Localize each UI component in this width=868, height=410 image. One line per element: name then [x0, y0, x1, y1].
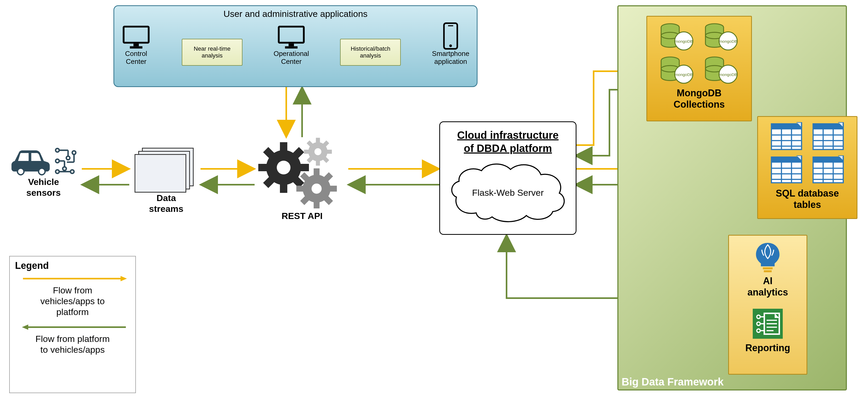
sql-label: SQL database tables — [776, 188, 839, 210]
database-icon: mongoDB — [703, 55, 740, 84]
data-streams-block: Data streams — [129, 148, 203, 214]
svg-rect-19 — [258, 164, 267, 171]
svg-text:mongoDB: mongoDB — [719, 39, 737, 43]
vehicle-sensors-label: Vehicle sensors — [5, 177, 82, 198]
svg-rect-47 — [133, 43, 139, 46]
user-apps-box: User and administrative applications Con… — [114, 5, 477, 87]
svg-rect-30 — [327, 150, 332, 154]
svg-rect-86 — [771, 157, 802, 162]
svg-rect-99 — [763, 267, 773, 269]
svg-rect-72 — [771, 124, 802, 129]
svg-rect-39 — [296, 186, 303, 192]
svg-point-35 — [314, 148, 321, 155]
database-icon: mongoDB — [658, 55, 695, 84]
database-icon: mongoDB — [658, 22, 695, 51]
svg-rect-28 — [316, 161, 320, 166]
cloud-infra-box: Cloud infrastructure of DBDA platform Fl… — [439, 121, 577, 235]
table-icon — [769, 122, 804, 151]
svg-rect-50 — [289, 43, 294, 46]
vehicle-sensors-block: Vehicle sensors — [5, 147, 82, 198]
cloud-icon: Flask-Web Server — [447, 160, 568, 223]
legend-title: Legend — [15, 260, 130, 271]
monitor-icon — [277, 25, 306, 50]
svg-rect-37 — [314, 168, 319, 176]
document-stack-icon — [134, 154, 186, 193]
analytics-box: AI analytics Reporting — [728, 235, 807, 375]
report-icon — [749, 305, 786, 342]
svg-point-25 — [277, 161, 290, 175]
svg-text:mongoDB: mongoDB — [675, 72, 693, 77]
data-streams-label: Data streams — [129, 193, 203, 214]
svg-rect-51 — [285, 46, 298, 48]
svg-point-5 — [66, 156, 70, 160]
svg-rect-100 — [764, 270, 772, 272]
svg-text:mongoDB: mongoDB — [675, 39, 693, 43]
user-apps-title: User and administrative applications — [223, 9, 368, 19]
table-icon — [769, 155, 804, 184]
svg-rect-29 — [304, 150, 309, 154]
svg-point-9 — [56, 159, 59, 163]
app-historical-label: Historical/batch analysis — [340, 39, 401, 66]
rest-api-block: REST API — [255, 132, 349, 221]
svg-point-0 — [18, 169, 24, 174]
svg-rect-17 — [280, 142, 287, 151]
app-control-center-label: Control Center — [125, 50, 147, 66]
circuit-icon — [54, 147, 78, 176]
smartphone-icon — [442, 22, 459, 50]
svg-rect-38 — [314, 202, 319, 209]
app-historical: Historical/batch analysis — [340, 39, 401, 66]
car-icon — [9, 147, 52, 176]
svg-point-1 — [39, 169, 44, 174]
app-near-rt: Near real-time analysis — [182, 39, 243, 66]
svg-point-6 — [72, 151, 76, 155]
svg-point-14 — [70, 170, 74, 174]
svg-text:mongoDB: mongoDB — [719, 72, 737, 77]
ai-analytics-label: AI analytics — [747, 275, 788, 298]
cloud-infra-title: Cloud infrastructure of DBDA platform — [457, 128, 559, 155]
app-smartphone: Smartphone application — [432, 22, 469, 66]
svg-rect-93 — [813, 157, 843, 162]
legend-box: Legend Flow from vehicles/apps to platfo… — [9, 256, 136, 393]
reporting-label: Reporting — [745, 342, 790, 353]
ai-brain-icon — [752, 241, 783, 275]
rest-api-label: REST API — [255, 211, 349, 221]
svg-point-12 — [56, 170, 59, 174]
svg-point-15 — [63, 167, 66, 171]
legend-flow-in-label: Flow from vehicles/apps to platform — [15, 285, 130, 317]
app-control-center: Control Center — [122, 25, 151, 66]
svg-point-2 — [56, 149, 59, 152]
mongodb-box: mongoDB mongoDB mongoDB mo — [646, 16, 752, 121]
svg-rect-20 — [300, 164, 309, 171]
svg-rect-46 — [124, 27, 149, 43]
app-operational-center: Operational Center — [274, 25, 309, 66]
table-icon — [811, 122, 845, 151]
cloud-server-label: Flask-Web Server — [472, 188, 544, 198]
svg-point-45 — [312, 184, 321, 194]
mongodb-label: MongoDB Collections — [674, 87, 725, 110]
table-icon — [811, 155, 845, 184]
database-icon: mongoDB — [703, 22, 740, 51]
svg-rect-79 — [813, 124, 843, 129]
legend-flow-out-label: Flow from platform to vehicles/apps — [15, 334, 130, 355]
svg-rect-40 — [330, 186, 337, 192]
app-smartphone-label: Smartphone application — [432, 50, 469, 66]
legend-arrow-out-icon — [15, 322, 131, 333]
sql-box: SQL database tables — [757, 116, 858, 219]
monitor-icon — [122, 25, 151, 50]
app-operational-center-label: Operational Center — [274, 50, 309, 66]
svg-rect-48 — [130, 46, 143, 48]
svg-rect-27 — [316, 138, 320, 143]
gears-icon — [255, 132, 349, 209]
app-near-rt-label: Near real-time analysis — [182, 39, 243, 66]
svg-point-53 — [449, 44, 452, 47]
big-data-framework-title: Big Data Framework — [622, 376, 724, 388]
legend-arrow-in-icon — [15, 273, 131, 284]
svg-rect-18 — [280, 184, 287, 193]
svg-rect-49 — [279, 27, 304, 43]
